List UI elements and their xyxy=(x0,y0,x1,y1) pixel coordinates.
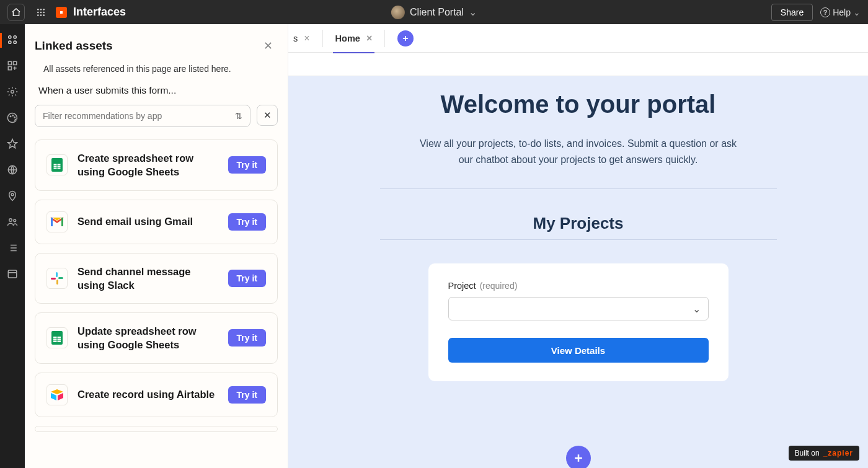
slack-icon xyxy=(46,268,68,289)
section-title: My Projects xyxy=(288,214,868,233)
svg-point-5 xyxy=(43,11,45,13)
share-button[interactable]: Share xyxy=(771,4,813,21)
rail-settings-icon[interactable] xyxy=(6,85,19,99)
topbar: Interfaces Client Portal ⌄ Share ? Help … xyxy=(0,0,868,24)
sidebar-rail xyxy=(0,24,25,468)
airtable-icon xyxy=(46,384,68,405)
svg-point-10 xyxy=(9,36,11,38)
panel-subtitle: All assets referenced in this page are l… xyxy=(35,64,278,74)
built-on-zapier-badge[interactable]: Built on _zapier xyxy=(789,446,859,461)
tab-partial[interactable]: s × xyxy=(288,24,322,53)
add-component-button[interactable] xyxy=(566,446,591,468)
rail-users-icon[interactable] xyxy=(6,215,19,229)
svg-point-19 xyxy=(12,115,14,117)
filter-recommendations-select[interactable]: Filter recommendations by app ⇅ xyxy=(35,105,250,127)
svg-point-3 xyxy=(37,11,39,13)
close-icon[interactable]: × xyxy=(304,33,309,44)
field-label: Project(required) xyxy=(448,281,709,291)
divider xyxy=(380,239,777,240)
rail-tables-icon[interactable] xyxy=(6,267,19,281)
toolbar-strip xyxy=(288,53,868,76)
updown-icon: ⇅ xyxy=(235,111,242,121)
rail-components-icon[interactable] xyxy=(6,59,19,73)
svg-point-22 xyxy=(11,193,14,196)
svg-point-1 xyxy=(40,9,42,11)
view-details-button[interactable]: View Details xyxy=(448,338,709,363)
svg-point-7 xyxy=(40,14,42,16)
rail-star-icon[interactable] xyxy=(6,137,19,151)
rail-list-icon[interactable] xyxy=(6,241,19,255)
svg-rect-14 xyxy=(8,61,11,64)
svg-rect-33 xyxy=(61,218,63,226)
tabs-bar: s × Home × xyxy=(288,24,868,53)
filter-clear-button[interactable]: ✕ xyxy=(257,105,278,126)
zapier-logo-icon xyxy=(56,7,67,18)
divider xyxy=(380,188,777,189)
hero-subtitle: View all your projects, to-do lists, and… xyxy=(417,136,740,167)
svg-rect-9 xyxy=(60,11,63,14)
svg-rect-36 xyxy=(56,280,58,285)
rail-pin-icon[interactable] xyxy=(6,189,19,203)
try-it-button[interactable]: Try it xyxy=(228,156,266,174)
svg-point-13 xyxy=(14,41,16,43)
home-button[interactable] xyxy=(7,4,25,21)
svg-rect-16 xyxy=(8,67,11,70)
svg-point-6 xyxy=(37,14,39,16)
sheets-icon xyxy=(46,327,68,348)
app-title: Interfaces xyxy=(73,6,126,19)
svg-rect-34 xyxy=(56,272,58,277)
svg-rect-25 xyxy=(8,270,17,278)
sheets-icon xyxy=(46,154,68,175)
close-icon[interactable]: × xyxy=(366,33,372,44)
svg-point-12 xyxy=(9,41,11,43)
gmail-icon xyxy=(46,211,68,232)
svg-point-23 xyxy=(9,219,12,222)
canvas: Welcome to your portal View all your pro… xyxy=(288,76,868,468)
svg-point-8 xyxy=(43,14,45,16)
project-select[interactable]: ⌄ xyxy=(448,297,709,320)
panel-title: Linked assets xyxy=(35,39,113,53)
try-it-button[interactable]: Try it xyxy=(228,386,266,404)
recommendation-card: Create spreadsheet row using Google Shee… xyxy=(35,139,278,191)
svg-point-18 xyxy=(10,116,11,117)
svg-point-17 xyxy=(11,91,14,94)
svg-rect-32 xyxy=(51,218,53,226)
svg-point-11 xyxy=(14,36,16,38)
tab-home[interactable]: Home × xyxy=(323,24,385,53)
add-tab-button[interactable] xyxy=(397,30,414,46)
rail-pages-icon[interactable] xyxy=(6,33,19,46)
chevron-down-icon: ⌄ xyxy=(469,6,477,18)
try-it-button[interactable]: Try it xyxy=(228,329,266,347)
svg-rect-37 xyxy=(51,278,56,280)
rail-theme-icon[interactable] xyxy=(6,111,19,125)
svg-rect-15 xyxy=(14,61,17,64)
project-switcher[interactable]: Client Portal ⌄ xyxy=(391,6,477,19)
hero-title: Welcome to your portal xyxy=(405,90,752,118)
rail-globe-icon[interactable] xyxy=(6,163,19,177)
svg-point-0 xyxy=(37,9,39,11)
help-menu[interactable]: ? Help ⌄ xyxy=(820,7,861,17)
svg-point-20 xyxy=(14,117,16,118)
help-icon: ? xyxy=(820,7,830,17)
apps-grid-icon[interactable] xyxy=(32,4,50,21)
svg-rect-35 xyxy=(58,277,63,279)
recommendation-card: Create record using Airtable Try it xyxy=(35,373,278,417)
recommendation-card: Send email using Gmail Try it xyxy=(35,200,278,244)
try-it-button[interactable]: Try it xyxy=(228,270,266,287)
svg-point-24 xyxy=(14,219,16,222)
divider xyxy=(384,30,385,47)
linked-assets-panel: Linked assets ✕ All assets referenced in… xyxy=(25,24,288,468)
chevron-down-icon: ⌄ xyxy=(693,303,701,315)
recommendation-card: Send channel message using Slack Try it xyxy=(35,253,278,304)
recommendation-list: Create spreadsheet row using Google Shee… xyxy=(35,139,278,432)
project-form-card: Project(required) ⌄ View Details xyxy=(428,263,728,381)
active-indicator xyxy=(0,33,2,48)
avatar-icon xyxy=(391,6,405,19)
try-it-button[interactable]: Try it xyxy=(228,213,266,231)
recommendation-card: Update spreadsheet row using Google Shee… xyxy=(35,312,278,364)
project-name: Client Portal xyxy=(410,7,464,18)
svg-point-4 xyxy=(40,11,42,13)
close-icon[interactable]: ✕ xyxy=(259,37,278,55)
content-area: s × Home × Welcome to your portal View a… xyxy=(288,24,868,468)
form-trigger-label: When a user submits this form... xyxy=(35,85,278,96)
